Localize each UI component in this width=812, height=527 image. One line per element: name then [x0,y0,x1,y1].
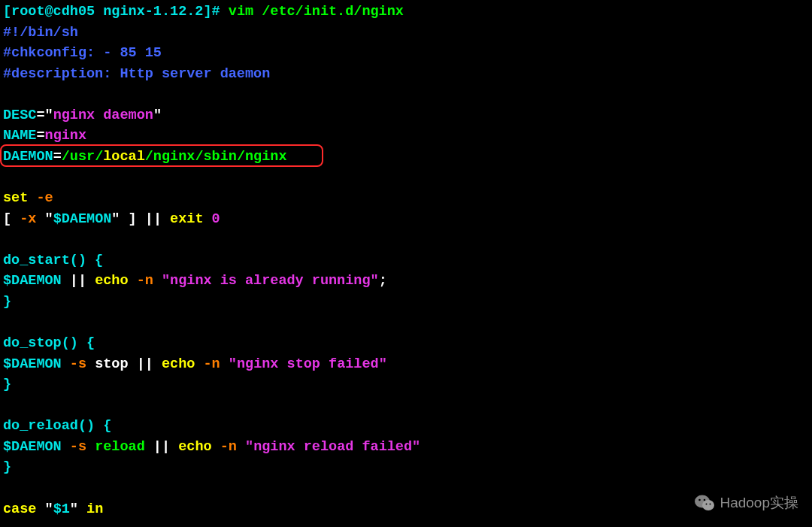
daemon-path-2: /nginx/sbin/nginx [145,149,287,165]
blank-line [3,84,809,105]
eq-sign: = [36,128,44,144]
brace-close: } [3,374,809,395]
or-operator: ] || [120,211,170,227]
echo-flag: -n [129,273,162,289]
prompt-line: [root@cdh05 nginx-1.12.2]# vim /etc/init… [3,2,809,23]
prompt-dir: nginx-1.12.2 [103,4,203,20]
name-value: nginx [45,128,87,144]
daemon-ref: $DAEMON [3,356,62,372]
brace-close: } [3,292,809,313]
desc-varname: DESC [3,108,36,123]
quote: " [111,211,120,227]
watermark-text: Hadoop实操 [720,492,798,513]
echo-msg: "nginx is already running" [162,273,379,289]
semicolon: ; [379,273,387,289]
eq-sign: = [36,108,44,123]
exit-keyword: exit [170,211,203,227]
echo-keyword: echo [95,273,128,289]
command-text: vim /etc/init.d/nginx [229,4,404,20]
quote: " [70,501,86,517]
echo-msg: "nginx reload failed" [245,439,420,455]
daemon-varname: DAEMON [3,149,53,165]
case-keyword: case [3,501,36,517]
prompt-bracket-open: [ [3,4,11,20]
s-flag: -s [62,356,95,372]
eq-sign: = [53,149,62,165]
in-keyword: in [86,501,103,517]
blank-line [3,395,809,416]
set-line: set -e [3,188,809,209]
echo-flag: -n [212,439,245,455]
do-reload-body: $DAEMON -s reload || echo -n "nginx relo… [3,437,809,458]
do-start-def: do_start() { [3,250,809,271]
desc-value: nginx daemon [53,108,153,123]
echo-keyword: echo [162,356,195,372]
prompt-user-host: root@cdh05 [11,4,103,20]
s-flag: -s [62,439,95,455]
shebang-line: #!/bin/sh [3,23,809,44]
name-varname: NAME [3,128,36,144]
daemon-var-line: DAEMON=/usr/local/nginx/sbin/nginx [3,147,809,168]
prompt-bracket-close: ]# [203,4,228,20]
daemon-ref: $DAEMON [3,273,62,289]
exit-code: 0 [204,211,220,227]
or-operator: || [62,273,95,289]
quote: " [153,108,162,123]
quote: " [45,108,53,123]
echo-msg: "nginx stop failed" [229,356,387,372]
svg-point-4 [706,503,707,504]
description-comment: #description: Http server daemon [3,64,809,85]
echo-keyword: echo [178,439,211,455]
terminal-output: [root@cdh05 nginx-1.12.2]# vim /etc/init… [3,2,809,519]
svg-point-2 [699,499,701,501]
bracket: [ [3,211,20,227]
desc-var-line: DESC="nginx daemon" [3,105,809,126]
or-operator: || [145,439,178,455]
name-var-line: NAME=nginx [3,126,809,147]
do-stop-def: do_stop() { [3,333,809,354]
svg-point-5 [710,503,711,504]
do-start-body: $DAEMON || echo -n "nginx is already run… [3,271,809,292]
blank-line [3,312,809,333]
quote: " [36,501,53,517]
blank-line [3,229,809,250]
wechat-icon [694,494,715,512]
blank-line [3,478,809,499]
daemon-ref: $DAEMON [3,439,62,455]
svg-point-1 [702,500,714,510]
case-var: $1 [53,501,70,517]
or-operator: || [129,356,162,372]
brace-close: } [3,457,809,478]
set-keyword: set [3,190,28,206]
reload-arg: reload [95,439,145,455]
stop-arg: stop [95,356,128,372]
case-line: case "$1" in [3,499,809,520]
daemon-local: local [103,149,145,165]
watermark: Hadoop实操 [694,492,798,513]
test-line: [ -x "$DAEMON" ] || exit 0 [3,209,809,230]
svg-point-3 [704,499,706,501]
do-reload-def: do_reload() { [3,416,809,437]
echo-flag: -n [195,356,228,372]
do-stop-body: $DAEMON -s stop || echo -n "nginx stop f… [3,354,809,375]
test-flag: -x [20,211,44,227]
chkconfig-comment: #chkconfig: - 85 15 [3,43,809,64]
test-var: $DAEMON [53,211,112,227]
blank-line [3,168,809,189]
quote: " [45,211,53,227]
set-flag: -e [28,190,53,206]
daemon-path-1: /usr/ [62,149,104,165]
